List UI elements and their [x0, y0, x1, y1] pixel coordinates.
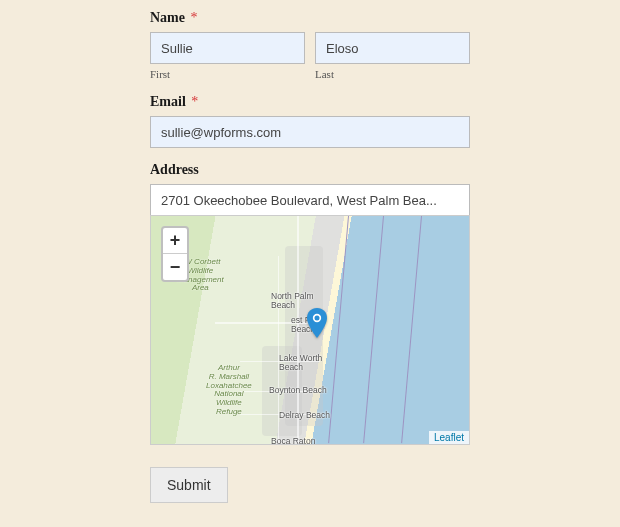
last-name-input[interactable] [315, 32, 470, 64]
address-label: Address [150, 162, 470, 178]
submit-button[interactable]: Submit [150, 467, 228, 503]
name-row: First Last [150, 32, 470, 80]
address-field-group: Address JW Corbett Wildlife Management A… [150, 162, 470, 445]
last-name-sublabel: Last [315, 68, 470, 80]
first-name-col: First [150, 32, 305, 80]
email-field-group: Email * [150, 94, 470, 148]
city-label-delray: Delray Beach [279, 411, 330, 420]
city-label-boynton: Boynton Beach [269, 386, 327, 395]
name-label-text: Name [150, 10, 185, 25]
map-attribution-link[interactable]: Leaflet [429, 431, 469, 444]
email-label: Email * [150, 94, 470, 110]
city-label-lake-worth: Lake Worth Beach [279, 354, 322, 373]
zoom-out-button[interactable]: − [163, 254, 187, 280]
first-name-input[interactable] [150, 32, 305, 64]
required-asterisk: * [191, 10, 198, 25]
svg-point-1 [314, 316, 319, 321]
email-input[interactable] [150, 116, 470, 148]
city-label-boca: Boca Raton [271, 437, 315, 445]
address-input[interactable] [150, 184, 470, 216]
zoom-control: + − [161, 226, 189, 282]
map[interactable]: JW Corbett Wildlife Management Area Arth… [150, 215, 470, 445]
address-label-text: Address [150, 162, 199, 177]
email-label-text: Email [150, 94, 186, 109]
last-name-col: Last [315, 32, 470, 80]
name-label: Name * [150, 10, 470, 26]
park-label-loxahatchee: Arthur R. Marshall Loxahatchee National … [206, 364, 252, 417]
map-marker-icon[interactable] [307, 308, 327, 338]
zoom-in-button[interactable]: + [163, 228, 187, 254]
required-asterisk: * [191, 94, 198, 109]
name-field-group: Name * First Last [150, 10, 470, 80]
first-name-sublabel: First [150, 68, 305, 80]
